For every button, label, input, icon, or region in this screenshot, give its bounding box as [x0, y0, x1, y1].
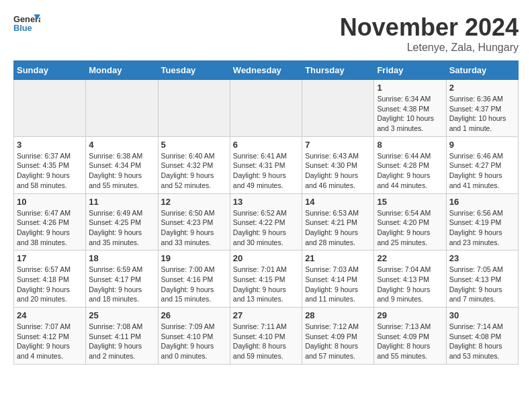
calendar-cell: 25Sunrise: 7:08 AMSunset: 4:11 PMDayligh…	[86, 308, 158, 365]
calendar-cell: 16Sunrise: 6:56 AMSunset: 4:19 PMDayligh…	[446, 193, 518, 250]
calendar-cell: 22Sunrise: 7:04 AMSunset: 4:13 PMDayligh…	[374, 250, 446, 308]
weekday-header: Monday	[86, 61, 158, 80]
calendar-cell	[86, 80, 158, 137]
day-info: Sunrise: 6:47 AMSunset: 4:26 PMDaylight:…	[17, 208, 83, 248]
day-number: 23	[449, 253, 515, 263]
day-number: 1	[377, 83, 443, 93]
day-number: 8	[377, 140, 443, 150]
day-number: 16	[449, 197, 515, 207]
calendar-cell: 21Sunrise: 7:03 AMSunset: 4:14 PMDayligh…	[302, 250, 374, 308]
day-number: 2	[449, 83, 515, 93]
day-number: 9	[449, 140, 515, 150]
calendar-cell: 3Sunrise: 6:37 AMSunset: 4:35 PMDaylight…	[14, 136, 86, 193]
weekday-header: Sunday	[14, 61, 86, 80]
day-info: Sunrise: 6:49 AMSunset: 4:25 PMDaylight:…	[89, 208, 154, 248]
day-info: Sunrise: 7:03 AMSunset: 4:14 PMDaylight:…	[305, 265, 371, 304]
day-info: Sunrise: 7:13 AMSunset: 4:09 PMDaylight:…	[377, 322, 443, 361]
calendar-cell: 29Sunrise: 7:13 AMSunset: 4:09 PMDayligh…	[374, 308, 446, 365]
day-info: Sunrise: 7:01 AMSunset: 4:15 PMDaylight:…	[233, 265, 299, 304]
weekday-header: Thursday	[302, 61, 374, 80]
day-number: 5	[161, 140, 227, 150]
calendar-table: SundayMondayTuesdayWednesdayThursdayFrid…	[13, 60, 519, 365]
page-header: General Blue November 2024 Letenye, Zala…	[13, 13, 519, 54]
calendar-cell: 12Sunrise: 6:50 AMSunset: 4:23 PMDayligh…	[158, 193, 230, 250]
logo-icon: General Blue	[13, 13, 40, 32]
calendar-cell: 9Sunrise: 6:46 AMSunset: 4:27 PMDaylight…	[446, 136, 518, 193]
calendar-cell: 20Sunrise: 7:01 AMSunset: 4:15 PMDayligh…	[230, 250, 302, 308]
day-info: Sunrise: 6:46 AMSunset: 4:27 PMDaylight:…	[449, 151, 515, 191]
day-info: Sunrise: 6:54 AMSunset: 4:20 PMDaylight:…	[377, 208, 443, 248]
calendar-cell	[230, 80, 302, 137]
calendar-cell: 8Sunrise: 6:44 AMSunset: 4:28 PMDaylight…	[374, 136, 446, 193]
day-info: Sunrise: 6:37 AMSunset: 4:35 PMDaylight:…	[17, 151, 83, 191]
logo: General Blue	[13, 13, 40, 32]
day-number: 19	[161, 253, 227, 263]
calendar-cell: 27Sunrise: 7:11 AMSunset: 4:10 PMDayligh…	[230, 308, 302, 365]
week-row: 10Sunrise: 6:47 AMSunset: 4:26 PMDayligh…	[14, 193, 519, 250]
calendar-cell: 28Sunrise: 7:12 AMSunset: 4:09 PMDayligh…	[302, 308, 374, 365]
calendar-cell: 1Sunrise: 6:34 AMSunset: 4:38 PMDaylight…	[374, 80, 446, 137]
calendar-cell: 7Sunrise: 6:43 AMSunset: 4:30 PMDaylight…	[302, 136, 374, 193]
calendar-cell: 30Sunrise: 7:14 AMSunset: 4:08 PMDayligh…	[446, 308, 518, 365]
day-info: Sunrise: 6:34 AMSunset: 4:38 PMDaylight:…	[377, 94, 443, 134]
calendar-cell	[158, 80, 230, 137]
week-row: 3Sunrise: 6:37 AMSunset: 4:35 PMDaylight…	[14, 136, 519, 193]
day-number: 25	[89, 310, 154, 320]
calendar-cell: 19Sunrise: 7:00 AMSunset: 4:16 PMDayligh…	[158, 250, 230, 308]
day-number: 26	[161, 310, 227, 320]
title-area: November 2024 Letenye, Zala, Hungary	[340, 13, 519, 54]
day-info: Sunrise: 6:36 AMSunset: 4:37 PMDaylight:…	[449, 94, 515, 134]
day-info: Sunrise: 7:14 AMSunset: 4:08 PMDaylight:…	[449, 322, 515, 361]
calendar-cell: 18Sunrise: 6:59 AMSunset: 4:17 PMDayligh…	[86, 250, 158, 308]
calendar-header: SundayMondayTuesdayWednesdayThursdayFrid…	[14, 61, 519, 80]
calendar-cell: 2Sunrise: 6:36 AMSunset: 4:37 PMDaylight…	[446, 80, 518, 137]
day-number: 4	[89, 140, 154, 150]
day-number: 22	[377, 253, 443, 263]
day-info: Sunrise: 7:00 AMSunset: 4:16 PMDaylight:…	[161, 265, 227, 304]
day-info: Sunrise: 6:44 AMSunset: 4:28 PMDaylight:…	[377, 151, 443, 191]
day-info: Sunrise: 6:53 AMSunset: 4:21 PMDaylight:…	[305, 208, 371, 248]
day-info: Sunrise: 6:52 AMSunset: 4:22 PMDaylight:…	[233, 208, 299, 248]
location: Letenye, Zala, Hungary	[340, 42, 519, 54]
calendar-cell: 14Sunrise: 6:53 AMSunset: 4:21 PMDayligh…	[302, 193, 374, 250]
calendar-cell: 24Sunrise: 7:07 AMSunset: 4:12 PMDayligh…	[14, 308, 86, 365]
calendar-cell: 5Sunrise: 6:40 AMSunset: 4:32 PMDaylight…	[158, 136, 230, 193]
week-row: 24Sunrise: 7:07 AMSunset: 4:12 PMDayligh…	[14, 308, 519, 365]
weekday-header: Saturday	[446, 61, 518, 80]
calendar-cell: 23Sunrise: 7:05 AMSunset: 4:13 PMDayligh…	[446, 250, 518, 308]
day-number: 15	[377, 197, 443, 207]
day-number: 7	[305, 140, 371, 150]
day-number: 11	[89, 197, 154, 207]
day-number: 20	[233, 253, 299, 263]
day-info: Sunrise: 6:57 AMSunset: 4:18 PMDaylight:…	[17, 265, 83, 304]
day-info: Sunrise: 6:59 AMSunset: 4:17 PMDaylight:…	[89, 265, 154, 304]
day-number: 10	[17, 197, 83, 207]
day-info: Sunrise: 7:09 AMSunset: 4:10 PMDaylight:…	[161, 322, 227, 361]
day-info: Sunrise: 7:11 AMSunset: 4:10 PMDaylight:…	[233, 322, 299, 361]
month-title: November 2024	[340, 13, 519, 42]
day-number: 17	[17, 253, 83, 263]
day-number: 3	[17, 140, 83, 150]
day-number: 27	[233, 310, 299, 320]
day-info: Sunrise: 7:08 AMSunset: 4:11 PMDaylight:…	[89, 322, 154, 361]
weekday-header: Tuesday	[158, 61, 230, 80]
day-info: Sunrise: 6:43 AMSunset: 4:30 PMDaylight:…	[305, 151, 371, 191]
calendar-cell: 13Sunrise: 6:52 AMSunset: 4:22 PMDayligh…	[230, 193, 302, 250]
day-number: 28	[305, 310, 371, 320]
calendar-body: 1Sunrise: 6:34 AMSunset: 4:38 PMDaylight…	[14, 80, 519, 365]
day-info: Sunrise: 7:12 AMSunset: 4:09 PMDaylight:…	[305, 322, 371, 361]
calendar-cell	[302, 80, 374, 137]
day-info: Sunrise: 7:05 AMSunset: 4:13 PMDaylight:…	[449, 265, 515, 304]
day-number: 24	[17, 310, 83, 320]
day-number: 6	[233, 140, 299, 150]
day-number: 18	[89, 253, 154, 263]
day-info: Sunrise: 7:07 AMSunset: 4:12 PMDaylight:…	[17, 322, 83, 361]
calendar-cell: 15Sunrise: 6:54 AMSunset: 4:20 PMDayligh…	[374, 193, 446, 250]
weekday-header: Wednesday	[230, 61, 302, 80]
weekday-row: SundayMondayTuesdayWednesdayThursdayFrid…	[14, 61, 519, 80]
calendar-cell: 6Sunrise: 6:41 AMSunset: 4:31 PMDaylight…	[230, 136, 302, 193]
day-info: Sunrise: 6:50 AMSunset: 4:23 PMDaylight:…	[161, 208, 227, 248]
day-number: 29	[377, 310, 443, 320]
day-number: 21	[305, 253, 371, 263]
week-row: 1Sunrise: 6:34 AMSunset: 4:38 PMDaylight…	[14, 80, 519, 137]
